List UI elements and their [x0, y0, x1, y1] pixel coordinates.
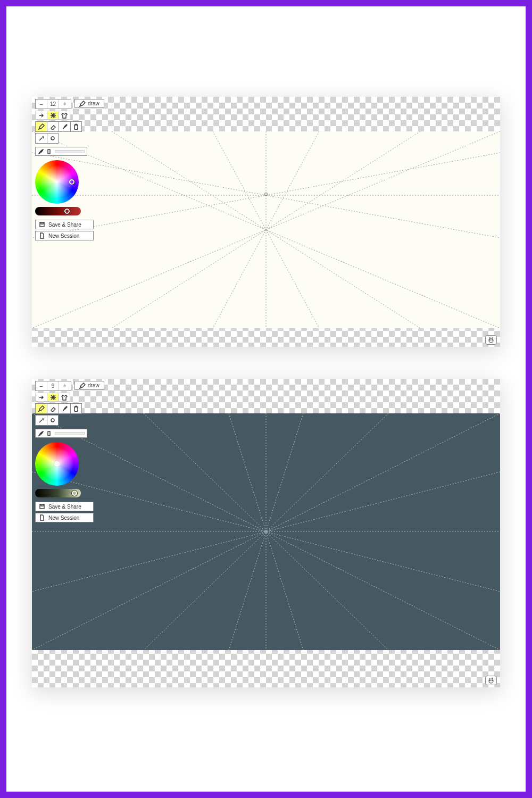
svg-rect-27 — [48, 431, 50, 436]
save-icon — [39, 503, 45, 510]
burst-icon — [50, 394, 56, 401]
brush-tool[interactable] — [59, 403, 70, 414]
svg-point-26 — [51, 419, 54, 422]
tool-row-main — [35, 121, 126, 132]
brush-size-group: – 12 + — [35, 99, 71, 109]
sym-2-button[interactable] — [47, 111, 59, 120]
eyedropper-icon — [38, 135, 45, 142]
rect-icon — [46, 148, 53, 155]
symmetry-preset-row — [35, 393, 126, 402]
bucket-icon — [73, 405, 79, 412]
brush-size-minus[interactable]: – — [36, 381, 47, 390]
svg-point-15 — [492, 339, 492, 340]
brush-icon — [62, 123, 68, 130]
eraser-icon — [50, 405, 56, 412]
feather-icon — [38, 430, 44, 437]
sym-1-button[interactable] — [35, 111, 47, 120]
draw-mode-button[interactable]: draw — [74, 381, 104, 390]
color-wheel-cursor[interactable] — [54, 461, 60, 467]
new-session-label: New Session — [48, 233, 79, 239]
arrow-icon — [38, 394, 45, 401]
eyedropper-icon — [38, 417, 45, 423]
sym-3-button[interactable] — [59, 393, 70, 402]
circle-icon — [49, 135, 56, 142]
save-share-label: Save & Share — [48, 222, 81, 228]
sym-1-button[interactable] — [35, 393, 47, 402]
brush-icon — [62, 405, 68, 412]
color-wheel[interactable] — [35, 160, 79, 204]
rect-icon — [46, 430, 53, 437]
eraser-tool[interactable] — [47, 121, 59, 132]
draw-mode-button[interactable]: draw — [74, 99, 104, 108]
eraser-icon — [50, 123, 56, 130]
draw-mode-label: draw — [88, 383, 99, 388]
eyedropper-tool[interactable] — [35, 133, 47, 144]
pencil-tool[interactable] — [35, 403, 47, 414]
svg-point-31 — [492, 680, 492, 680]
symmetry-center-dot — [264, 193, 268, 196]
color-wheel-cursor[interactable] — [69, 179, 74, 185]
feather-slider[interactable] — [55, 150, 85, 153]
mascot-logo[interactable] — [485, 335, 497, 345]
tool-row-secondary — [35, 133, 126, 144]
bucket-tool[interactable] — [70, 403, 82, 414]
svg-rect-28 — [40, 504, 44, 509]
brush-size-value: 9 — [47, 381, 59, 390]
save-share-label: Save & Share — [48, 504, 81, 510]
shape-tool[interactable] — [47, 415, 59, 426]
brush-size-value: 12 — [47, 99, 59, 109]
eraser-tool[interactable] — [47, 403, 59, 414]
svg-point-10 — [51, 137, 54, 140]
pencil-icon — [38, 123, 45, 130]
new-session-label: New Session — [48, 515, 79, 521]
bucket-tool[interactable] — [70, 121, 82, 132]
feather-slider-group — [35, 429, 87, 438]
draw-mode-label: draw — [88, 101, 99, 106]
mascot-logo[interactable] — [485, 676, 497, 685]
brush-tool[interactable] — [59, 121, 70, 132]
color-wheel[interactable] — [35, 442, 79, 486]
tool-sidebar: – 12 + draw — [35, 99, 126, 242]
pencil-icon — [79, 383, 86, 389]
svg-rect-11 — [48, 149, 50, 154]
shirt-icon — [61, 112, 68, 119]
tool-sidebar: – 9 + draw — [35, 381, 126, 524]
save-icon — [39, 221, 45, 228]
feather-slider-group — [35, 147, 87, 156]
arrow-icon — [38, 112, 45, 119]
svg-point-14 — [489, 339, 490, 340]
new-session-button[interactable]: New Session — [35, 231, 94, 240]
circle-icon — [49, 417, 56, 423]
brush-size-plus[interactable]: + — [59, 99, 71, 109]
drawing-app-panel-1: – 12 + draw — [32, 97, 500, 347]
luminance-slider[interactable] — [35, 207, 81, 215]
brush-size-minus[interactable]: – — [36, 99, 47, 109]
new-session-button[interactable]: New Session — [35, 513, 94, 522]
sym-3-button[interactable] — [59, 111, 70, 120]
feather-slider[interactable] — [55, 432, 85, 435]
eyedropper-tool[interactable] — [35, 415, 47, 426]
shape-tool[interactable] — [47, 133, 59, 144]
document-icon — [39, 232, 45, 239]
feather-icon — [38, 148, 44, 155]
tool-row-main — [35, 403, 126, 414]
svg-point-30 — [489, 680, 490, 680]
svg-rect-12 — [40, 222, 44, 227]
document-icon — [39, 514, 45, 521]
shirt-icon — [61, 394, 68, 401]
save-share-button[interactable]: Save & Share — [35, 220, 94, 229]
pencil-tool[interactable] — [35, 121, 47, 132]
save-share-button[interactable]: Save & Share — [35, 502, 94, 511]
symmetry-preset-row — [35, 111, 126, 120]
svg-point-29 — [489, 679, 493, 683]
svg-point-13 — [489, 338, 493, 343]
pencil-icon — [38, 405, 45, 412]
luminance-cursor[interactable] — [64, 209, 70, 214]
drawing-app-panel-2: – 9 + draw — [32, 379, 500, 687]
luminance-cursor[interactable] — [72, 491, 77, 496]
brush-size-group: – 9 + — [35, 381, 71, 391]
bucket-icon — [73, 123, 79, 130]
sym-2-button[interactable] — [47, 393, 59, 402]
brush-size-plus[interactable]: + — [59, 381, 71, 390]
luminance-slider[interactable] — [35, 489, 81, 497]
